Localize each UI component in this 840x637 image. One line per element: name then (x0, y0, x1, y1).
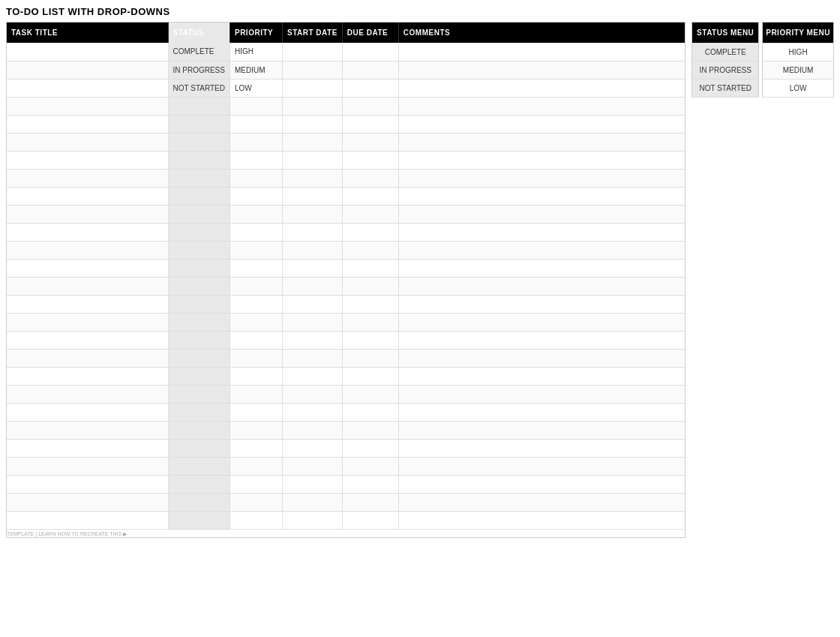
priority-menu-item[interactable]: LOW (763, 80, 834, 98)
table-row[interactable] (7, 241, 685, 259)
status-cell[interactable] (168, 241, 230, 259)
status-cell[interactable]: COMPLETE (168, 43, 230, 61)
priority-cell[interactable] (230, 133, 282, 151)
task-cell[interactable] (7, 295, 168, 313)
task-cell[interactable] (7, 133, 168, 151)
duedate-cell[interactable] (342, 151, 398, 169)
task-cell[interactable] (7, 511, 168, 529)
priority-cell[interactable]: HIGH (230, 43, 282, 61)
priority-cell[interactable] (230, 241, 282, 259)
status-cell[interactable] (168, 475, 230, 493)
status-cell[interactable] (168, 313, 230, 331)
priority-cell[interactable] (230, 385, 282, 403)
comments-cell[interactable] (398, 61, 685, 79)
task-cell[interactable] (7, 187, 168, 205)
duedate-cell[interactable] (342, 457, 398, 475)
comments-cell[interactable] (398, 277, 685, 295)
status-cell[interactable] (168, 457, 230, 475)
comments-cell[interactable] (398, 511, 685, 529)
priority-cell[interactable] (230, 223, 282, 241)
startdate-cell[interactable] (282, 241, 342, 259)
comments-cell[interactable] (398, 151, 685, 169)
status-menu-item[interactable]: IN PROGRESS (692, 62, 759, 80)
priority-cell[interactable] (230, 439, 282, 457)
comments-cell[interactable] (398, 115, 685, 133)
table-row[interactable] (7, 493, 685, 511)
status-cell[interactable] (168, 223, 230, 241)
status-cell[interactable] (168, 295, 230, 313)
duedate-cell[interactable] (342, 115, 398, 133)
task-cell[interactable] (7, 313, 168, 331)
duedate-cell[interactable] (342, 493, 398, 511)
duedate-cell[interactable] (342, 295, 398, 313)
table-row[interactable] (7, 421, 685, 439)
startdate-cell[interactable] (282, 511, 342, 529)
duedate-cell[interactable] (342, 61, 398, 79)
table-row[interactable] (7, 439, 685, 457)
status-cell[interactable] (168, 421, 230, 439)
comments-cell[interactable] (398, 313, 685, 331)
comments-cell[interactable] (398, 79, 685, 97)
task-cell[interactable] (7, 43, 168, 61)
status-cell[interactable] (168, 115, 230, 133)
table-row[interactable] (7, 205, 685, 223)
startdate-cell[interactable] (282, 403, 342, 421)
startdate-cell[interactable] (282, 295, 342, 313)
comments-cell[interactable] (398, 421, 685, 439)
table-row[interactable] (7, 403, 685, 421)
startdate-cell[interactable] (282, 457, 342, 475)
comments-cell[interactable] (398, 187, 685, 205)
priority-cell[interactable] (230, 151, 282, 169)
table-row[interactable] (7, 151, 685, 169)
priority-menu-item[interactable]: HIGH (763, 44, 834, 62)
priority-cell[interactable] (230, 421, 282, 439)
comments-cell[interactable] (398, 457, 685, 475)
comments-cell[interactable] (398, 169, 685, 187)
startdate-cell[interactable] (282, 169, 342, 187)
status-cell[interactable] (168, 133, 230, 151)
table-row[interactable] (7, 457, 685, 475)
task-cell[interactable] (7, 439, 168, 457)
task-cell[interactable] (7, 403, 168, 421)
duedate-cell[interactable] (342, 97, 398, 115)
comments-cell[interactable] (398, 403, 685, 421)
priority-cell[interactable] (230, 457, 282, 475)
table-row[interactable] (7, 367, 685, 385)
duedate-cell[interactable] (342, 421, 398, 439)
task-cell[interactable] (7, 97, 168, 115)
duedate-cell[interactable] (342, 277, 398, 295)
duedate-cell[interactable] (342, 511, 398, 529)
table-row[interactable] (7, 259, 685, 277)
status-cell[interactable] (168, 151, 230, 169)
task-cell[interactable] (7, 457, 168, 475)
task-cell[interactable] (7, 79, 168, 97)
startdate-cell[interactable] (282, 79, 342, 97)
task-cell[interactable] (7, 241, 168, 259)
priority-cell[interactable] (230, 331, 282, 349)
priority-cell[interactable] (230, 493, 282, 511)
status-cell[interactable]: NOT STARTED (168, 79, 230, 97)
duedate-cell[interactable] (342, 133, 398, 151)
priority-cell[interactable]: LOW (230, 79, 282, 97)
startdate-cell[interactable] (282, 259, 342, 277)
startdate-cell[interactable] (282, 385, 342, 403)
task-cell[interactable] (7, 205, 168, 223)
duedate-cell[interactable] (342, 259, 398, 277)
duedate-cell[interactable] (342, 205, 398, 223)
task-cell[interactable] (7, 421, 168, 439)
table-row[interactable] (7, 295, 685, 313)
startdate-cell[interactable] (282, 205, 342, 223)
startdate-cell[interactable] (282, 133, 342, 151)
table-row[interactable] (7, 223, 685, 241)
priority-cell[interactable] (230, 169, 282, 187)
duedate-cell[interactable] (342, 187, 398, 205)
comments-cell[interactable] (398, 475, 685, 493)
comments-cell[interactable] (398, 295, 685, 313)
comments-cell[interactable] (398, 493, 685, 511)
table-row[interactable] (7, 115, 685, 133)
duedate-cell[interactable] (342, 349, 398, 367)
status-cell[interactable] (168, 187, 230, 205)
comments-cell[interactable] (398, 223, 685, 241)
startdate-cell[interactable] (282, 331, 342, 349)
startdate-cell[interactable] (282, 493, 342, 511)
